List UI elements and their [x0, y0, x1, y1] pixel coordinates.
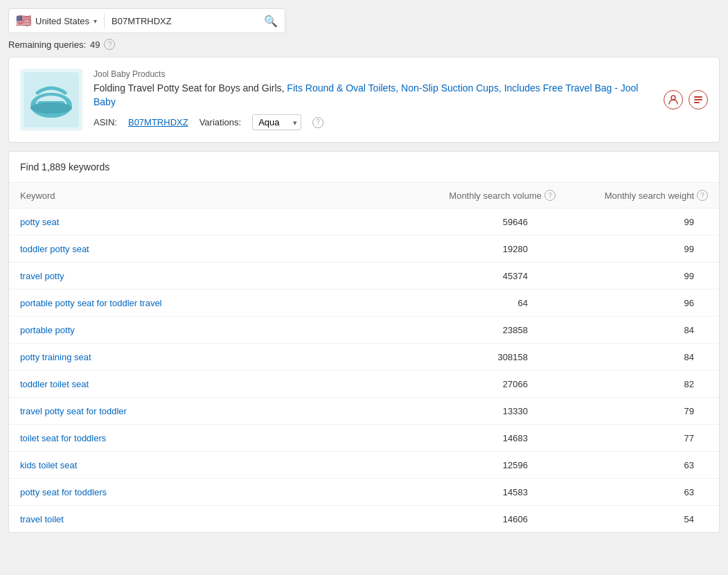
weight-cell: 82 — [556, 379, 708, 389]
person-icon[interactable] — [664, 90, 683, 109]
keyword-column-header: Keyword — [20, 190, 403, 201]
keyword-link[interactable]: portable potty — [20, 325, 75, 335]
table-row: travel potty 45374 99 — [9, 263, 719, 290]
svg-point-5 — [671, 96, 675, 100]
keyword-link[interactable]: travel potty — [20, 271, 64, 281]
svg-rect-7 — [694, 99, 702, 100]
product-meta: ASIN: B07MTRHDXZ Variations: Aqua Pink B… — [94, 114, 652, 130]
weight-cell: 99 — [556, 217, 708, 227]
keyword-cell: toddler potty seat — [20, 243, 403, 254]
weight-cell: 79 — [556, 406, 708, 416]
keyword-link[interactable]: potty seat — [20, 217, 59, 227]
variation-select[interactable]: Aqua Pink Blue Green — [252, 114, 301, 130]
volume-cell: 12596 — [403, 460, 556, 470]
product-title: Folding Travel Potty Seat for Boys and G… — [94, 82, 652, 109]
table-row: portable potty seat for toddler travel 6… — [9, 290, 719, 317]
volume-cell: 27066 — [403, 379, 556, 389]
volume-cell: 13330 — [403, 406, 556, 416]
chevron-down-icon: ▾ — [94, 17, 97, 25]
svg-point-4 — [30, 103, 72, 114]
volume-cell: 64 — [403, 298, 556, 308]
svg-rect-6 — [694, 96, 702, 98]
weight-cell: 99 — [556, 271, 708, 281]
volume-cell: 23858 — [403, 325, 556, 335]
keyword-table-body: potty seat 59646 99 toddler potty seat 1… — [9, 209, 719, 532]
volume-cell: 59646 — [403, 217, 556, 227]
table-row: potty training seat 308158 84 — [9, 344, 719, 371]
product-actions — [664, 90, 708, 109]
table-row: potty seat for toddlers 14583 63 — [9, 479, 719, 506]
keyword-link[interactable]: toddler toilet seat — [20, 379, 89, 389]
keyword-cell: potty seat — [20, 216, 403, 227]
table-row: toddler toilet seat 27066 82 — [9, 371, 719, 398]
keyword-cell: travel potty seat for toddler — [20, 405, 403, 416]
keyword-cell: portable potty — [20, 324, 403, 335]
volume-cell: 14583 — [403, 487, 556, 497]
keyword-link[interactable]: toilet seat for toddlers — [20, 433, 106, 443]
keyword-link[interactable]: toddler potty seat — [20, 244, 89, 254]
asin-value-link[interactable]: B07MTRHDXZ — [128, 117, 188, 127]
keyword-link[interactable]: travel toilet — [20, 514, 64, 524]
remaining-queries-bar: Remaining queries: 49 ? — [8, 39, 720, 50]
table-row: portable potty 23858 84 — [9, 317, 719, 344]
product-title-prefix: Folding Travel Potty Seat for Boys and G… — [94, 82, 284, 94]
volume-help-icon[interactable]: ? — [544, 190, 556, 201]
keyword-link[interactable]: kids toilet seat — [20, 460, 77, 470]
keywords-header: Find 1,889 keywords — [9, 152, 719, 183]
keyword-cell: potty training seat — [20, 351, 403, 362]
table-row: travel potty seat for toddler 13330 79 — [9, 398, 719, 425]
country-label: United States — [35, 16, 89, 26]
remaining-queries-help-icon[interactable]: ? — [104, 39, 115, 50]
weight-cell: 99 — [556, 244, 708, 254]
volume-cell: 14606 — [403, 514, 556, 524]
weight-cell: 84 — [556, 325, 708, 335]
table-header: Keyword Monthly search volume ? Monthly … — [9, 183, 719, 209]
keywords-section: Find 1,889 keywords Keyword Monthly sear… — [8, 151, 720, 533]
us-flag-icon: 🇺🇸 — [16, 13, 31, 28]
keyword-cell: toilet seat for toddlers — [20, 432, 403, 443]
volume-cell: 19280 — [403, 244, 556, 254]
weight-cell: 63 — [556, 487, 708, 497]
search-icon[interactable]: 🔍 — [264, 15, 278, 28]
monthly-search-weight-header: Monthly search weight ? — [556, 190, 708, 201]
product-brand: Jool Baby Products — [94, 69, 652, 79]
keyword-link[interactable]: portable potty seat for toddler travel — [20, 298, 162, 308]
remaining-queries-label: Remaining queries: — [8, 39, 86, 50]
asin-label: ASIN: — [94, 117, 117, 127]
keyword-link[interactable]: travel potty seat for toddler — [20, 406, 127, 416]
keyword-cell: travel potty — [20, 270, 403, 281]
table-row: kids toilet seat 12596 63 — [9, 452, 719, 479]
variation-help-icon[interactable]: ? — [312, 117, 323, 128]
table-row: toddler potty seat 19280 99 — [9, 236, 719, 263]
remaining-queries-count: 49 — [90, 39, 100, 50]
table-row: potty seat 59646 99 — [9, 209, 719, 236]
keyword-cell: travel toilet — [20, 513, 403, 524]
variation-select-wrapper[interactable]: Aqua Pink Blue Green — [252, 114, 301, 130]
table-row: toilet seat for toddlers 14683 77 — [9, 425, 719, 452]
asin-input[interactable] — [112, 16, 264, 26]
top-search-bar: 🇺🇸 United States ▾ 🔍 — [8, 8, 285, 33]
weight-cell: 63 — [556, 460, 708, 470]
weight-cell: 77 — [556, 433, 708, 443]
weight-cell: 84 — [556, 352, 708, 362]
weight-cell: 54 — [556, 514, 708, 524]
weight-cell: 96 — [556, 298, 708, 308]
keyword-cell: kids toilet seat — [20, 459, 403, 470]
product-info: Jool Baby Products Folding Travel Potty … — [94, 69, 652, 130]
keyword-cell: portable potty seat for toddler travel — [20, 297, 403, 308]
monthly-search-volume-header: Monthly search volume ? — [403, 190, 556, 201]
svg-rect-8 — [694, 102, 700, 103]
keyword-link[interactable]: potty seat for toddlers — [20, 487, 107, 497]
list-icon[interactable] — [689, 90, 708, 109]
keyword-cell: toddler toilet seat — [20, 378, 403, 389]
table-row: travel toilet 14606 54 — [9, 506, 719, 532]
variations-label: Variations: — [199, 117, 241, 127]
product-image — [20, 69, 82, 131]
country-selector[interactable]: 🇺🇸 United States ▾ — [16, 13, 105, 28]
product-card: Jool Baby Products Folding Travel Potty … — [8, 57, 720, 143]
volume-cell: 45374 — [403, 271, 556, 281]
volume-cell: 308158 — [403, 352, 556, 362]
keyword-cell: potty seat for toddlers — [20, 486, 403, 497]
weight-help-icon[interactable]: ? — [697, 190, 708, 201]
keyword-link[interactable]: potty training seat — [20, 352, 91, 362]
